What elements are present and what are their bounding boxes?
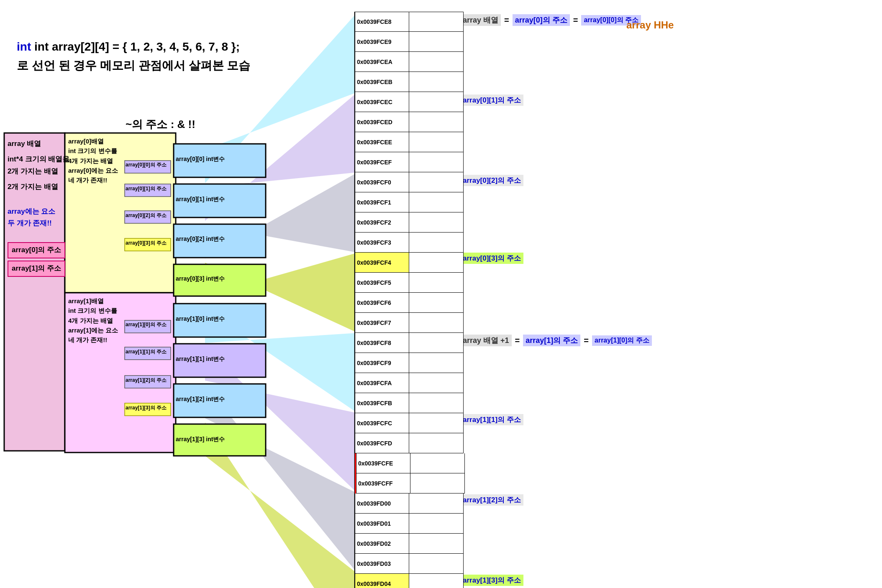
mem-num-6d [410,473,465,493]
sub0-addr3: array[0][3]의 주소 [126,240,167,247]
mem-row-11: 0x0039FCF3 [355,233,465,253]
code-line2: 로 선언 된 경우 메모리 관점에서 살펴본 모습 [17,56,250,75]
addr1-label: array[1]의 주소 [8,261,65,277]
mem-num-5c [409,373,464,393]
sub-box-1-text: array[1]배열 int 크기의 변수를 4개 가지는 배열 array[1… [68,296,118,345]
sub1-addr3: array[1][3]의 주소 [126,404,167,412]
mem-addr-16: 0x0039FCF8 [355,333,409,353]
mem-row-20: 0x0039FCFC [355,413,465,433]
intvar12: array[1][2] int변수 [176,396,225,403]
mem-row-27: 0x0039FD03 [355,554,465,574]
mem-row-7: 0x0039FCEF [355,152,465,172]
mem-num-2c [409,132,464,152]
mem-addr-25: 0x0039FD01 [355,514,409,534]
rl-addr02: array[0][2]의 주소 [460,175,523,186]
mem-row-21: 0x0039FCFD [355,433,465,453]
rl-array-label: array 배열 [460,14,501,26]
mem-num-5a [409,333,464,353]
mem-addr-24: 0x0039FD00 [355,493,409,514]
mem-num-5b [409,353,464,373]
mem-row-12: 0x0039FCF4 [355,253,465,273]
mem-row-22: 0x0039FCFE [355,453,465,473]
mem-row-23: 0x0039FCFF [355,473,465,493]
mem-row-26: 0x0039FD02 [355,534,465,554]
intvar00: array[0][0] int변수 [176,156,225,163]
mem-addr-7: 0x0039FCEF [355,152,409,172]
mem-num-1d [409,72,464,92]
intvar11: array[1][1] int변수 [176,355,225,363]
left-addr1-box: array[1]의 주소 [8,261,69,277]
mem-row-6: 0x0039FCEE [355,132,465,152]
sub0-addr2: array[0][2]의 주소 [126,212,167,219]
memory-column: 0x0039FCE8 0x0039FCE9 0x0039FCEA 0x0039F… [355,12,465,588]
mem-num-3d [409,233,464,253]
mem-addr-18: 0x0039FCFA [355,373,409,393]
rl-arr1-addr: array[1]의 주소 [523,335,580,346]
mem-addr-11: 0x0039FCF3 [355,233,409,253]
mem-num-4a [409,253,464,273]
left-box-desc2: 2개 가지는 배열 [8,166,69,178]
rl-addr03: array[0][3]의 주소 [460,253,523,264]
rl1-eq2: = [584,336,589,345]
mem-addr-4: 0x0039FCEC [355,92,409,112]
sub1-addr2: array[1][2]의 주소 [126,377,167,384]
right-label-row0: array 배열 = array[0]의 주소 = array[0][0]의 주… [460,14,641,26]
left-box-text: array 배열 int*4 크기의 배열을 2개 가지는 배열 2개 가지는 … [8,138,69,277]
mem-addr-27: 0x0039FD03 [355,554,409,574]
sub1-addr1: array[1][1]의 주소 [126,348,167,355]
mem-num-4b [409,273,464,293]
mem-addr-23: 0x0039FCFF [356,473,410,493]
mem-num-3c [409,212,464,233]
intvar13: array[1][3] int변수 [176,436,225,443]
mem-num-6b [409,433,464,453]
svg-marker-5 [205,347,358,493]
rl-addr01: array[0][1]의 주소 [460,95,523,106]
mem-num-6a [409,413,464,433]
mem-num-7b [409,514,464,534]
mem-num-2a [409,92,464,112]
mem-addr-15: 0x0039FCF7 [355,313,409,333]
sub1-desc4: 네 개가 존재!! [68,335,118,345]
rl-addr13: array[1][3]의 주소 [460,575,523,586]
sub0-desc3: array[0]에는 요소 [68,166,118,175]
mem-addr-0: 0x0039FCE8 [355,12,409,32]
mem-addr-14: 0x0039FCF6 [355,293,409,313]
svg-marker-2 [205,172,358,258]
mem-row-24: 0x0039FD00 [355,493,465,514]
mem-num-7d [409,554,464,574]
mem-row-15: 0x0039FCF7 [355,313,465,333]
mem-addr-19: 0x0039FCFB [355,393,409,413]
rl-eq2: = [573,15,578,25]
sub1-desc2: 4개 가지는 배열 [68,316,118,325]
svg-marker-3 [205,253,358,333]
mem-num-8a [409,574,464,588]
sub0-desc2: 4개 가지는 배열 [68,156,118,166]
mem-addr-9: 0x0039FCF1 [355,192,409,212]
mem-row-8: 0x0039FCF0 [355,172,465,192]
address-note: ~의 주소 : & !! [126,117,195,132]
mem-addr-28: 0x0039FD04 [355,574,409,588]
mem-row-5: 0x0039FCED [355,112,465,132]
mem-row-14: 0x0039FCF6 [355,293,465,313]
rl1-eq1: = [515,336,520,345]
mem-num-7a [409,493,464,514]
mem-row-0: 0x0039FCE8 [355,12,465,32]
mem-num-1b [409,32,464,52]
mem-addr-6: 0x0039FCEE [355,132,409,152]
rl-arr10-addr: array[1][0]의 주소 [592,335,652,346]
intvar02: array[0][2] int변수 [176,235,225,243]
sub0-addr1: array[0][1]의 주소 [126,185,167,192]
code-line1: int int array[2][4] = { 1, 2, 3, 4, 5, 6… [17,38,250,56]
left-box-title: array 배열 [8,138,69,150]
rl-eq1: = [504,15,509,25]
mem-row-13: 0x0039FCF5 [355,273,465,293]
intvar10: array[1][0] int변수 [176,315,225,323]
rl-arr0-addr: array[0]의 주소 [513,14,570,26]
top-code: int int array[2][4] = { 1, 2, 3, 4, 5, 6… [17,38,250,75]
mem-num-1 [409,12,464,32]
mem-num-6c [410,453,465,473]
mem-row-2: 0x0039FCEA [355,52,465,72]
mem-addr-26: 0x0039FD02 [355,534,409,554]
mem-addr-3: 0x0039FCEB [355,72,409,92]
mem-num-7c [409,534,464,554]
